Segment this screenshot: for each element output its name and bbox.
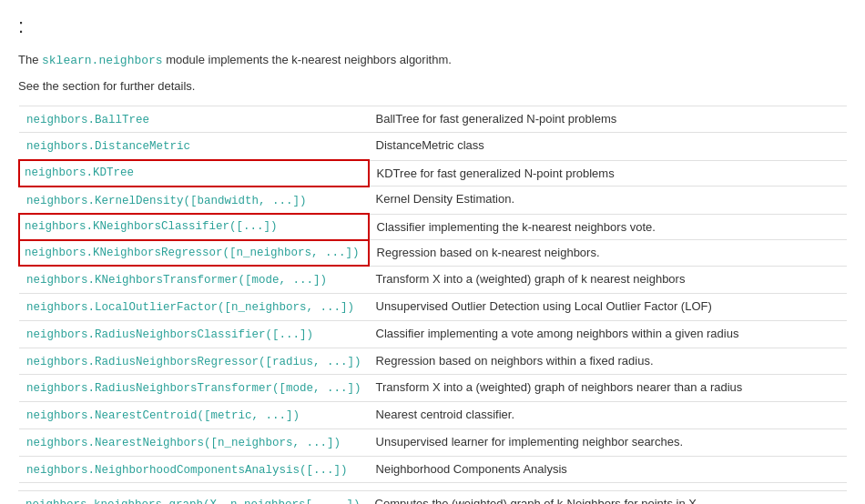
class-cell: neighbors.KNeighborsRegressor([n_neighbo…	[19, 240, 369, 267]
user-guide-suffix: section for further details.	[62, 79, 195, 93]
table-row: neighbors.KNeighborsTransformer([mode, .…	[19, 266, 847, 293]
main-table: neighbors.BallTreeBallTree for fast gene…	[18, 106, 847, 484]
class-cell: neighbors.KNeighborsClassifier([...])	[19, 214, 369, 240]
description-cell: BallTree for fast generalized N-point pr…	[369, 106, 847, 133]
class-cell: neighbors.NearestNeighbors([n_neighbors,…	[19, 428, 369, 456]
table-row: neighbors.KernelDensity([bandwidth, ...]…	[19, 186, 847, 215]
table-row: neighbors.KDTreeKDTree for fast generali…	[19, 160, 847, 186]
class-link[interactable]: neighbors.KNeighborsClassifier([...])	[25, 220, 278, 233]
function-cell: neighbors.kneighbors_graph(X, n_neighbor…	[18, 491, 368, 504]
table-row: neighbors.RadiusNeighborsClassifier([...…	[19, 320, 847, 348]
class-cell: neighbors.KDTree	[19, 160, 369, 186]
table-row: neighbors.RadiusNeighborsRegressor([radi…	[19, 348, 847, 375]
table-row: neighbors.DistanceMetricDistanceMetric c…	[19, 133, 847, 160]
class-link[interactable]: neighbors.NeighborhoodComponentsAnalysis…	[26, 464, 348, 477]
class-cell: neighbors.RadiusNeighborsClassifier([...…	[19, 320, 369, 348]
table-row: neighbors.RadiusNeighborsTransformer([mo…	[19, 375, 847, 402]
class-cell: neighbors.DistanceMetric	[19, 133, 369, 160]
class-cell: neighbors.KernelDensity([bandwidth, ...]…	[19, 186, 369, 215]
class-link[interactable]: neighbors.KNeighborsTransformer([mode, .…	[26, 274, 327, 287]
class-link[interactable]: neighbors.BallTree	[26, 114, 149, 126]
module-code: sklearn.neighbors	[42, 54, 163, 67]
class-cell: neighbors.BallTree	[19, 106, 369, 133]
function-description-cell: Computes the (weighted) graph of k-Neigh…	[368, 491, 847, 504]
class-cell: neighbors.RadiusNeighborsRegressor([radi…	[19, 348, 369, 375]
description-cell: Unsupervised Outlier Detection using Loc…	[369, 294, 847, 321]
class-link[interactable]: neighbors.DistanceMetric	[26, 140, 190, 153]
table-row: neighbors.NearestNeighbors([n_neighbors,…	[19, 428, 847, 456]
user-guide: See the section for further details.	[18, 79, 847, 93]
class-link[interactable]: neighbors.RadiusNeighborsRegressor([radi…	[26, 356, 361, 368]
table-row: neighbors.LocalOutlierFactor([n_neighbor…	[19, 294, 847, 321]
page-title: :	[18, 15, 847, 38]
class-link[interactable]: neighbors.RadiusNeighborsTransformer([mo…	[26, 382, 361, 395]
class-link[interactable]: neighbors.RadiusNeighborsClassifier([...…	[26, 328, 313, 341]
class-cell: neighbors.KNeighborsTransformer([mode, .…	[19, 266, 369, 293]
class-cell: neighbors.RadiusNeighborsTransformer([mo…	[19, 375, 369, 402]
table-row: neighbors.BallTreeBallTree for fast gene…	[19, 106, 847, 133]
description-cell: Classifier implementing the k-nearest ne…	[369, 214, 847, 240]
table-row: neighbors.KNeighborsClassifier([...])Cla…	[19, 214, 847, 240]
class-link[interactable]: neighbors.LocalOutlierFactor([n_neighbor…	[26, 301, 354, 314]
user-guide-text: See the	[18, 79, 62, 93]
functions-table: neighbors.kneighbors_graph(X, n_neighbor…	[18, 490, 847, 504]
class-link[interactable]: neighbors.KDTree	[25, 166, 134, 179]
description-cell: Transform X into a (weighted) graph of n…	[369, 375, 847, 402]
function-row: neighbors.kneighbors_graph(X, n_neighbor…	[18, 491, 847, 504]
description-cell: Neighborhood Components Analysis	[369, 456, 847, 483]
description-cell: KDTree for fast generalized N-point prob…	[369, 160, 847, 186]
description-cell: Unsupervised learner for implementing ne…	[369, 428, 847, 456]
description-cell: Kernel Density Estimation.	[369, 186, 847, 215]
description: The sklearn.neighbors module implements …	[18, 51, 847, 70]
table-row: neighbors.KNeighborsRegressor([n_neighbo…	[19, 240, 847, 267]
class-link[interactable]: neighbors.NearestCentroid([metric, ...])	[26, 409, 300, 422]
class-link[interactable]: neighbors.NearestNeighbors([n_neighbors,…	[26, 437, 341, 449]
table-row: neighbors.NeighborhoodComponentsAnalysis…	[19, 456, 847, 483]
description-cell: Regression based on k-nearest neighbors.	[369, 240, 847, 267]
description-cell: DistanceMetric class	[369, 133, 847, 160]
class-link[interactable]: neighbors.KernelDensity([bandwidth, ...]…	[26, 195, 307, 207]
description-cell: Classifier implementing a vote among nei…	[369, 320, 847, 348]
page-wrapper: : The sklearn.neighbors module implement…	[0, 0, 865, 504]
function-link[interactable]: neighbors.kneighbors_graph(X, n_neighbor…	[25, 499, 361, 504]
class-cell: neighbors.NeighborhoodComponentsAnalysis…	[19, 456, 369, 483]
class-link[interactable]: neighbors.KNeighborsRegressor([n_neighbo…	[25, 247, 360, 259]
description-cell: Regression based on neighbors within a f…	[369, 348, 847, 375]
table-row: neighbors.NearestCentroid([metric, ...])…	[19, 402, 847, 429]
description-cell: Nearest centroid classifier.	[369, 402, 847, 429]
class-cell: neighbors.NearestCentroid([metric, ...])	[19, 402, 369, 429]
class-cell: neighbors.LocalOutlierFactor([n_neighbor…	[19, 294, 369, 321]
description-cell: Transform X into a (weighted) graph of k…	[369, 266, 847, 293]
